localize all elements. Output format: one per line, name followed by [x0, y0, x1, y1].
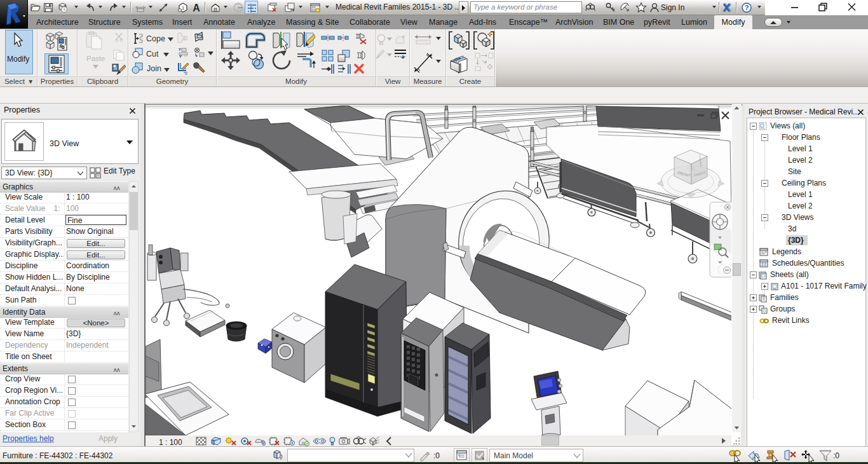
svg-text:1: 1 [182, 5, 185, 11]
svg-text:?: ? [745, 4, 749, 11]
svg-text:A: A [193, 3, 200, 13]
